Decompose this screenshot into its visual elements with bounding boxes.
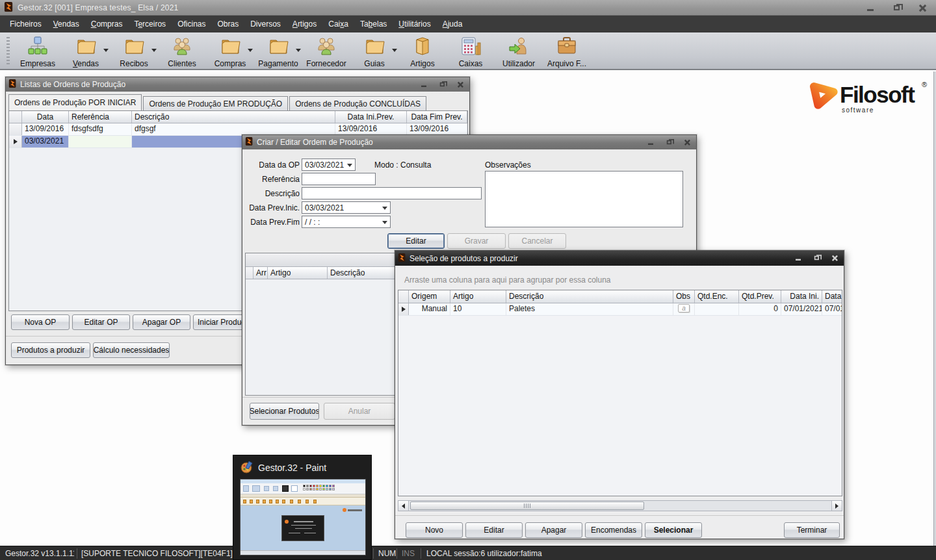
- menu-ficheiros[interactable]: Ficheiros: [4, 17, 47, 31]
- toolbar-vendas-button[interactable]: Vendas: [62, 34, 110, 68]
- minimize-icon[interactable]: [863, 2, 878, 14]
- status-support: [SUPORTE TECNICO FILOSOFT][TE04F1][Supor: [81, 546, 233, 560]
- restore-icon[interactable]: [812, 254, 821, 261]
- paint-mini-screenshot[interactable]: [240, 479, 366, 555]
- toolbar-grip[interactable]: [6, 37, 10, 66]
- menubar: Ficheiros Vendas Compras Terceiros Ofici…: [0, 16, 936, 32]
- tab-concluidas[interactable]: Ordens de Produção CONCLUÍDAS: [289, 96, 426, 110]
- terminar-button[interactable]: Terminar: [784, 522, 840, 538]
- produtos-a-produzir-button[interactable]: Produtos a produzir: [11, 342, 90, 358]
- window-selecao-titlebar[interactable]: Seleção de produtos a produzir: [395, 251, 844, 266]
- editar-button[interactable]: Editar: [387, 233, 445, 249]
- status-num-lock: NUM: [378, 546, 396, 560]
- data-prev-inic-combo[interactable]: 03/03/2021: [302, 201, 391, 214]
- divider: [396, 548, 397, 559]
- divider: [421, 548, 421, 559]
- paint-thumbnail-preview[interactable]: Gestor.32 - Paint: [233, 455, 372, 560]
- menu-utilitarios[interactable]: Utilitários: [393, 17, 436, 31]
- gestor-window-icon: [398, 253, 406, 264]
- menu-obras[interactable]: Obras: [211, 17, 244, 31]
- minimize-icon[interactable]: [420, 81, 428, 88]
- tab-em-producao[interactable]: Ordens de Produção EM PRODUÇÃO: [143, 96, 288, 110]
- referencia-input[interactable]: [302, 173, 376, 185]
- close-icon[interactable]: [915, 2, 930, 14]
- menu-terceiros[interactable]: Terceiros: [128, 17, 172, 31]
- dropdown-arrow-icon[interactable]: [103, 49, 109, 52]
- descricao-input[interactable]: [302, 187, 482, 199]
- observacoes-textarea[interactable]: [485, 171, 683, 227]
- window-listas-titlebar[interactable]: Listas de Ordens de Produção: [6, 77, 469, 92]
- menu-tabelas[interactable]: Tabelas: [354, 17, 393, 31]
- editar-button[interactable]: Editar: [465, 522, 523, 538]
- scrollbar-thumb[interactable]: [410, 502, 644, 510]
- chevron-down-icon[interactable]: [347, 164, 352, 167]
- table-row-selected[interactable]: Manual 10 Paletes a 0 07/01/2021 07/01/2…: [398, 303, 842, 316]
- data-prev-fim-combo[interactable]: / / : :: [302, 216, 391, 228]
- window-criar-titlebar[interactable]: Criar / Editar Ordem de Produção: [242, 135, 696, 149]
- toolbar-pagamento-button[interactable]: Pagamento: [254, 34, 302, 68]
- dropdown-arrow-icon[interactable]: [248, 49, 253, 52]
- toolbar-fornecedor-button[interactable]: Fornecedor: [302, 34, 350, 68]
- produtos-table-header[interactable]: Origem Artigo Descrição Obs Qtd.Enc. Qtd…: [398, 290, 842, 303]
- filosoft-wordmark: Filosoft: [840, 82, 914, 108]
- toolbar-artigos-button[interactable]: Artigos: [398, 34, 447, 68]
- toolbar-guias-button[interactable]: Guias: [350, 34, 398, 68]
- minimize-icon[interactable]: [647, 138, 655, 146]
- data-prev-inic-label: Data Prev.Inic.: [245, 203, 300, 212]
- window-title: Seleção de produtos a produzir: [410, 254, 518, 263]
- encomendas-button[interactable]: Encomendas: [585, 522, 642, 538]
- menu-vendas[interactable]: Vendas: [47, 17, 85, 31]
- restore-icon[interactable]: [665, 138, 673, 146]
- dropdown-arrow-icon[interactable]: [296, 49, 301, 52]
- toolbar-utilizador-button[interactable]: Utilizador: [495, 34, 543, 68]
- scroll-left-icon[interactable]: [398, 501, 409, 511]
- dropdown-arrow-icon[interactable]: [392, 49, 397, 52]
- apagar-button[interactable]: Apagar: [525, 522, 582, 538]
- gestor-app-icon: [4, 2, 14, 14]
- briefcase-icon: [556, 36, 577, 58]
- menu-compras[interactable]: Compras: [85, 17, 129, 31]
- toolbar-clientes-button[interactable]: Clientes: [158, 34, 206, 68]
- close-icon[interactable]: [831, 254, 839, 261]
- chevron-down-icon[interactable]: [382, 207, 387, 210]
- toolbar-caixas-button[interactable]: Caixas: [447, 34, 495, 68]
- modo-consulta-label: Modo : Consulta: [374, 160, 431, 170]
- anular-button[interactable]: Anular: [324, 403, 395, 420]
- chevron-down-icon[interactable]: [382, 221, 387, 224]
- menu-ajuda[interactable]: Ajuda: [437, 17, 469, 31]
- toolbar-empresas-button[interactable]: Empresas: [14, 34, 62, 68]
- scroll-right-icon[interactable]: [831, 501, 842, 511]
- column-header: Data Ini.Prev.: [335, 111, 407, 123]
- menu-artigos[interactable]: Artigos: [287, 17, 322, 31]
- horizontal-scrollbar[interactable]: [398, 500, 842, 511]
- toolbar-arquivo-button[interactable]: Arquivo F...: [543, 34, 591, 68]
- close-icon[interactable]: [456, 81, 465, 88]
- editar-op-button[interactable]: Editar OP: [72, 314, 130, 330]
- statusbar: Gestor.32 v13.1.1.11 [SUPORTE TECNICO FI…: [0, 546, 936, 560]
- toolbar-recibos-button[interactable]: Recibos: [110, 34, 158, 68]
- ordens-table-header[interactable]: Data Referência Descrição Data Ini.Prev.…: [9, 111, 467, 123]
- calculo-necessidades-button[interactable]: Cálculo necessidades: [93, 342, 170, 358]
- selecionar-button[interactable]: Selecionar: [645, 522, 702, 538]
- menu-diversos[interactable]: Diversos: [244, 17, 287, 31]
- toolbar-compras-button[interactable]: Compras: [206, 34, 254, 68]
- dropdown-arrow-icon[interactable]: [151, 49, 157, 52]
- menu-oficinas[interactable]: Oficinas: [172, 17, 211, 31]
- selecionar-produtos-button[interactable]: Selecionar Produtos: [250, 403, 319, 420]
- novo-button[interactable]: Novo: [406, 522, 463, 538]
- apagar-op-button[interactable]: Apagar OP: [133, 314, 190, 330]
- data-da-op-label: Data da OP: [248, 160, 300, 170]
- cancelar-button[interactable]: Cancelar: [508, 233, 566, 249]
- tab-por-iniciar[interactable]: Ordens de Produção POR INICIAR: [8, 94, 142, 110]
- restore-icon[interactable]: [889, 2, 904, 14]
- restore-icon[interactable]: [438, 81, 447, 88]
- obs-note-icon[interactable]: a: [678, 304, 690, 312]
- observacoes-label: Observações: [485, 160, 531, 170]
- minimize-icon[interactable]: [794, 254, 803, 261]
- menu-caixa[interactable]: Caixa: [322, 17, 354, 31]
- data-da-op-combo[interactable]: 03/03/2021: [302, 159, 356, 171]
- gravar-button[interactable]: Gravar: [447, 233, 506, 249]
- referencia-label: Referência: [248, 175, 300, 184]
- close-icon[interactable]: [683, 138, 692, 146]
- nova-op-button[interactable]: Nova OP: [11, 314, 70, 330]
